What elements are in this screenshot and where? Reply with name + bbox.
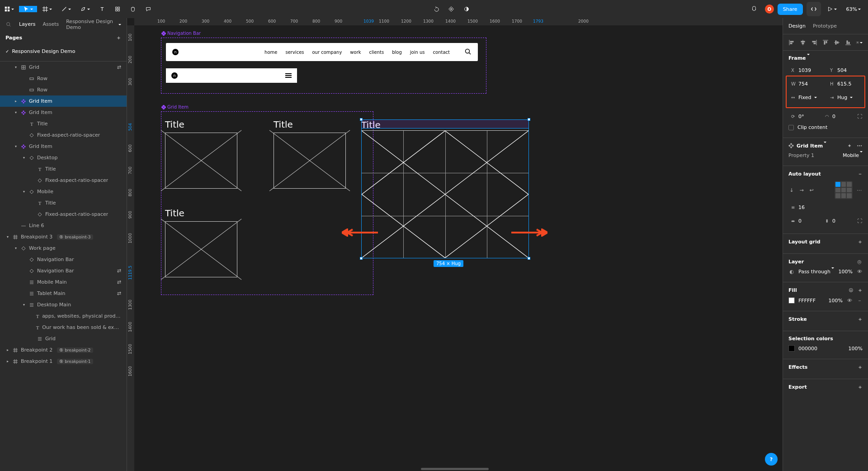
layer-row[interactable]: ▾Mobile [0,186,127,197]
ruler-tick: 900 [335,19,342,24]
layer-row[interactable]: ▸Grid Item [0,95,127,107]
navigation-bar-frame[interactable]: Navigation Bar n homeservicesour company… [161,38,486,94]
ruler-tick: 1400 [445,19,456,24]
selected-placeholder-box [361,130,529,258]
layer-row[interactable]: TTitle [0,118,127,129]
nav-link[interactable]: services [285,50,304,55]
layer-row[interactable]: ▾Grid⇄ [0,62,127,73]
nav-link[interactable]: blog [392,50,402,55]
page-row[interactable]: Responsive Design Demo [0,45,127,57]
nav-link[interactable]: home [264,50,277,55]
grid-item-component-frame[interactable]: Grid Item Title Title Title [161,111,373,295]
search-icon[interactable] [5,21,12,28]
layer-row[interactable]: TTitle [0,163,127,175]
layer-row[interactable]: ▾Grid Item [0,107,127,118]
move-tool[interactable] [19,6,37,12]
layer-row[interactable]: Fixed-aspect-ratio-spacer [0,209,127,220]
expand-chevron-icon[interactable]: ▾ [22,303,26,307]
expand-chevron-icon[interactable]: ▾ [14,65,18,69]
grid-item-card-1[interactable]: Title [165,119,237,189]
layer-type-icon: T [36,314,39,319]
toolbar-center-group [429,2,474,16]
selected-grid-item[interactable]: Title [361,119,529,258]
nav-bar-desktop[interactable]: n homeservicesour companyworkclientsblog… [166,43,478,61]
text-tool[interactable]: T [95,2,109,16]
document-name-dropdown[interactable]: Responsive Design Demo [66,19,121,30]
layer-row[interactable]: ▾Desktop Main [0,299,127,310]
nav-link[interactable]: contact [433,50,450,55]
expand-chevron-icon[interactable]: ▾ [22,190,26,194]
main-menu-button[interactable] [0,6,18,12]
nav-link[interactable]: our company [312,50,342,55]
comment-tool[interactable] [141,2,156,16]
layer-row[interactable]: Fixed-aspect-ratio-spacer [0,175,127,186]
resize-handle-se[interactable] [528,257,530,260]
layer-row[interactable]: Mobile Main⇄ [0,276,127,288]
layer-row[interactable]: Row [0,84,127,95]
expand-chevron-icon[interactable]: ▾ [14,144,18,148]
nav-link[interactable]: join us [410,50,425,55]
left-panel-tabs: Layers Assets Responsive Design Demo [0,18,127,30]
resize-handle-sw[interactable] [360,257,363,260]
shape-tool[interactable] [57,6,75,12]
selected-title: Title [361,119,529,130]
component-button[interactable] [444,2,458,16]
grid-item-card-2[interactable]: Title [274,119,346,189]
layer-row[interactable]: ▸Breakpoint 1⦿ breakpoint-1 [0,356,127,367]
layer-row[interactable]: Tapps, websites, physical products & int… [0,310,127,322]
expand-chevron-icon[interactable]: ▸ [5,359,10,363]
layer-label: Fixed-aspect-ratio-spacer [37,132,100,138]
annotation-arrow-right [511,228,547,237]
layer-row[interactable]: Navigation Bar⇄ [0,265,127,276]
placeholder-box [165,133,237,189]
layer-label: Fixed-aspect-ratio-spacer [45,177,108,183]
grid-item-card-3[interactable]: Title [165,208,237,277]
layer-label: Navigation Bar [37,257,74,262]
layer-label: Title [45,166,56,172]
svg-rect-10 [116,7,118,9]
resources-tool[interactable] [110,2,125,16]
layer-row[interactable]: —Line 6 [0,220,127,231]
ruler-tick: 600 [128,144,132,152]
layer-row[interactable]: Row [0,73,127,84]
ruler-tick: 500 [246,19,254,24]
layer-row[interactable]: ▾Breakpoint 3⦿ breakpoint-3 [0,231,127,243]
expand-chevron-icon[interactable]: ▾ [14,246,18,250]
resize-handle-nw[interactable] [360,118,363,121]
expand-chevron-icon[interactable]: ▾ [14,110,18,114]
canvas[interactable]: 1002003004005006007008009001039110012001… [127,18,677,367]
layer-row[interactable]: ▾Grid Item [0,141,127,152]
search-icon[interactable] [464,48,472,57]
ruler-tick: 1119.5 [128,266,132,280]
expand-chevron-icon[interactable]: ▾ [22,156,26,160]
svg-rect-11 [118,7,120,9]
expand-chevron-icon[interactable]: ▸ [5,348,10,352]
layer-row[interactable]: TTitle [0,197,127,209]
layer-badge: ⦿ breakpoint-2 [57,347,93,353]
undo-button[interactable] [429,2,443,16]
resize-handle-ne[interactable] [528,118,530,121]
layer-row[interactable]: ▾Desktop [0,152,127,163]
nav-link[interactable]: clients [369,50,384,55]
hand-tool[interactable] [126,2,140,16]
layer-row[interactable]: Grid [0,333,127,344]
expand-chevron-icon[interactable]: ▾ [5,235,10,239]
nav-link[interactable]: work [350,50,361,55]
layer-row[interactable]: Navigation Bar [0,254,127,265]
tab-assets[interactable]: Assets [42,21,59,27]
nav-bar-mobile[interactable]: n [166,68,297,83]
layer-row[interactable]: TOur work has been sold & experienced in… [0,322,127,333]
hamburger-icon[interactable] [285,73,292,78]
expand-chevron-icon[interactable]: ▸ [14,99,18,103]
pen-tool[interactable] [76,6,94,12]
layer-type-icon [13,348,18,352]
add-page-button[interactable]: ＋ [116,34,121,41]
layer-row[interactable]: Fixed-aspect-ratio-spacer [0,129,127,141]
layer-row[interactable]: ▾Work page [0,243,127,254]
tab-layers[interactable]: Layers [19,21,35,27]
frame-tool[interactable] [38,6,56,12]
layer-row[interactable]: ▸Breakpoint 2⦿ breakpoint-2 [0,344,127,356]
ruler-tick: 1100 [379,19,389,24]
mask-button[interactable] [459,2,474,16]
layer-row[interactable]: Tablet Main⇄ [0,288,127,299]
